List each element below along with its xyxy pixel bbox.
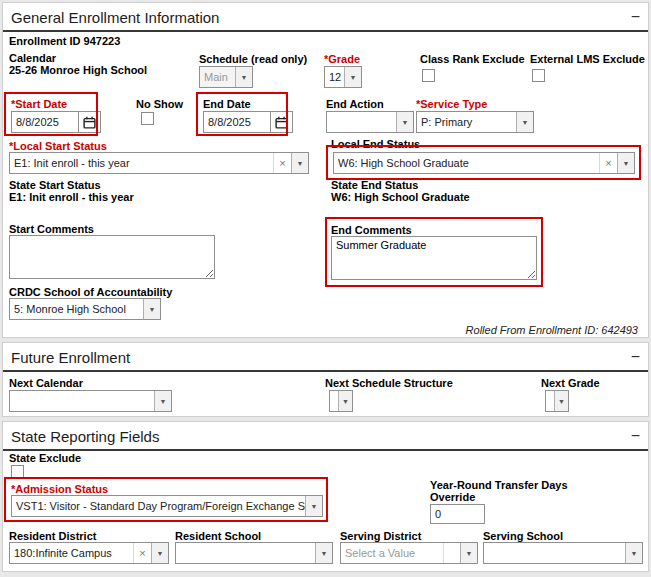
no-show-label: No Show — [136, 98, 183, 110]
end-action-select[interactable]: ▼ — [326, 111, 414, 133]
grade-dropdown-button[interactable]: ▼ — [344, 67, 361, 87]
resident-district-value: 180:Infinite Campus — [10, 543, 133, 563]
serving-district-placeholder: Select a Value — [341, 543, 443, 563]
external-lms-exclude-checkbox[interactable] — [532, 69, 545, 82]
end-date-calendar-button[interactable] — [271, 111, 293, 133]
section-state-title: State Reporting Fields — [11, 428, 159, 445]
section-future-enrollment: Future Enrollment − Next Calendar ▼ Next… — [2, 342, 649, 417]
admission-status-dropdown-button[interactable]: ▼ — [305, 496, 322, 516]
service-type-dropdown-button[interactable]: ▼ — [516, 112, 533, 132]
serving-district-combo[interactable]: Select a Value ▼ — [340, 542, 478, 564]
end-comments-textarea[interactable]: Summer Graduate — [331, 236, 537, 280]
schedule-dropdown-button[interactable]: ▼ — [235, 67, 252, 87]
admission-status-select[interactable]: VST1: Visitor - Standard Day Program/For… — [11, 495, 323, 517]
clear-x-icon[interactable]: × — [599, 153, 617, 173]
resident-school-select[interactable]: ▼ — [175, 542, 333, 564]
end-action-label: End Action — [326, 98, 384, 110]
next-calendar-select[interactable]: ▼ — [9, 390, 172, 412]
section-general-body: Enrollment ID 947223 Calendar 25-26 Monr… — [3, 32, 648, 337]
resident-district-label: Resident District — [9, 530, 96, 542]
next-grade-dropdown-button[interactable]: ▼ — [554, 391, 568, 411]
serving-district-extra-button[interactable] — [443, 543, 460, 563]
section-future-body: Next Calendar ▼ Next Schedule Structure … — [3, 372, 648, 416]
start-date-calendar-button[interactable] — [79, 111, 101, 133]
serving-school-value — [484, 543, 625, 563]
serving-school-label: Serving School — [483, 530, 563, 542]
crdc-school-select[interactable]: 5: Monroe High School ▼ — [9, 298, 161, 320]
end-date-input[interactable] — [203, 111, 271, 133]
class-rank-exclude-checkbox[interactable] — [422, 69, 435, 82]
next-grade-select[interactable]: ▼ — [545, 390, 569, 412]
chevron-down-icon: ▼ — [160, 398, 167, 405]
state-start-status-label: State Start Status — [9, 179, 101, 191]
next-schedule-structure-label: Next Schedule Structure — [325, 377, 453, 389]
resident-school-dropdown-button[interactable]: ▼ — [315, 543, 332, 563]
section-future-title: Future Enrollment — [11, 349, 130, 366]
end-date-field — [203, 111, 293, 133]
grade-select[interactable]: 12 ▼ — [324, 66, 362, 88]
chevron-down-icon: ▼ — [623, 160, 630, 167]
service-type-value: P: Primary — [417, 112, 516, 132]
schedule-select[interactable]: Main ▼ — [199, 66, 253, 88]
end-action-value — [327, 112, 396, 132]
chevron-down-icon: ▼ — [311, 503, 318, 510]
next-calendar-value — [10, 391, 154, 411]
collapse-general-button[interactable]: − — [622, 10, 640, 24]
state-exclude-label: State Exclude — [9, 452, 81, 464]
resident-district-combo[interactable]: 180:Infinite Campus × ▼ — [9, 542, 169, 564]
serving-district-dropdown-button[interactable]: ▼ — [460, 543, 477, 563]
enrollment-id: Enrollment ID 947223 — [9, 35, 120, 47]
admission-status-label: *Admission Status — [11, 483, 108, 495]
chevron-down-icon: ▼ — [342, 398, 349, 405]
start-date-field — [11, 111, 101, 133]
serving-school-dropdown-button[interactable]: ▼ — [625, 543, 642, 563]
collapse-state-button[interactable]: − — [622, 429, 640, 443]
local-start-status-label: *Local Start Status — [9, 140, 107, 152]
crdc-school-dropdown-button[interactable]: ▼ — [143, 299, 160, 319]
crdc-school-label: CRDC School of Accountability — [9, 286, 172, 298]
class-rank-exclude-label: Class Rank Exclude — [420, 53, 525, 65]
no-show-checkbox[interactable] — [141, 112, 154, 125]
chevron-down-icon: ▼ — [149, 306, 156, 313]
service-type-label: *Service Type — [416, 98, 487, 110]
year-round-override-input[interactable] — [430, 504, 485, 524]
next-schedule-structure-select[interactable]: ▼ — [329, 390, 353, 412]
section-general-enrollment: General Enrollment Information − Enrollm… — [2, 2, 649, 338]
schedule-label: Schedule (read only) — [199, 53, 307, 65]
start-comments-label: Start Comments — [9, 223, 94, 235]
next-schedule-structure-dropdown-button[interactable]: ▼ — [338, 391, 352, 411]
section-future-header: Future Enrollment − — [3, 343, 648, 372]
local-end-status-dropdown-button[interactable]: ▼ — [617, 153, 634, 173]
schedule-value: Main — [200, 67, 235, 87]
next-grade-label: Next Grade — [541, 377, 600, 389]
rolled-from-note: Rolled From Enrollment ID: 642493 — [466, 324, 638, 336]
next-calendar-dropdown-button[interactable]: ▼ — [154, 391, 171, 411]
state-exclude-checkbox[interactable] — [11, 465, 24, 478]
start-date-input[interactable] — [11, 111, 79, 133]
service-type-select[interactable]: P: Primary ▼ — [416, 111, 534, 133]
state-end-status-label: State End Status — [331, 179, 418, 191]
calendar-label: Calendar — [9, 52, 56, 64]
clear-x-icon[interactable]: × — [273, 153, 291, 173]
local-start-status-value: E1: Init enroll - this year — [10, 153, 273, 173]
section-general-title: General Enrollment Information — [11, 9, 219, 26]
resident-district-dropdown-button[interactable]: ▼ — [151, 543, 168, 563]
start-comments-textarea[interactable] — [9, 235, 215, 279]
collapse-future-button[interactable]: − — [622, 350, 640, 364]
calendar-icon — [83, 116, 96, 129]
chevron-down-icon: ▼ — [241, 74, 248, 81]
external-lms-exclude-label: External LMS Exclude — [530, 53, 645, 65]
local-end-status-combo[interactable]: W6: High School Graduate × ▼ — [333, 152, 635, 174]
collapse-icon: − — [631, 8, 640, 25]
local-end-status-label: Local End Status — [331, 138, 420, 150]
local-start-status-combo[interactable]: E1: Init enroll - this year × ▼ — [9, 152, 309, 174]
section-general-header: General Enrollment Information − — [3, 3, 648, 32]
next-calendar-label: Next Calendar — [9, 377, 83, 389]
chevron-down-icon: ▼ — [466, 550, 473, 557]
enrollment-page: General Enrollment Information − Enrollm… — [0, 0, 651, 577]
local-start-status-dropdown-button[interactable]: ▼ — [291, 153, 308, 173]
end-action-dropdown-button[interactable]: ▼ — [396, 112, 413, 132]
serving-school-select[interactable]: ▼ — [483, 542, 643, 564]
clear-x-icon[interactable]: × — [133, 543, 151, 563]
chevron-down-icon: ▼ — [631, 550, 638, 557]
